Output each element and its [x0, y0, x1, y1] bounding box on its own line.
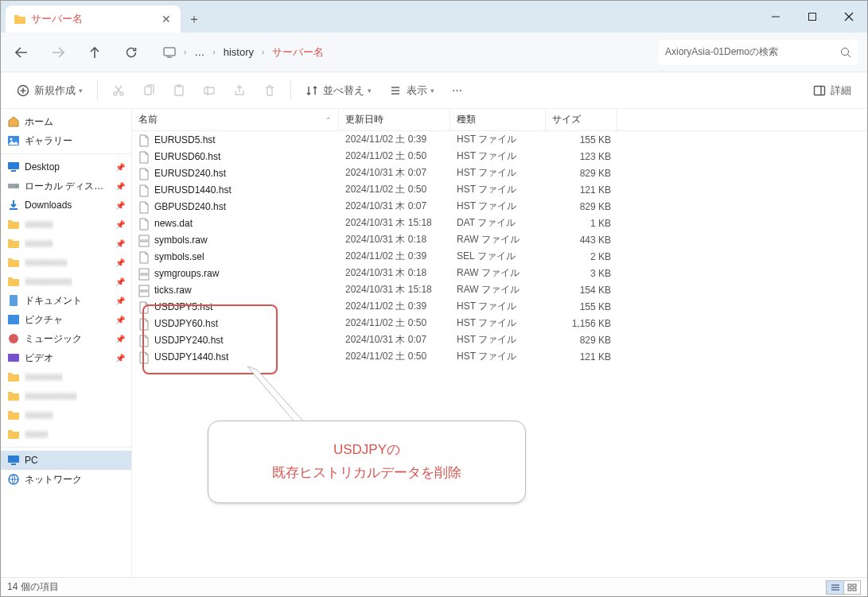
new-button[interactable]: 新規作成 ▾ [10, 78, 89, 103]
file-row[interactable]: symgroups.raw2024/10/31 木 0:18RAW ファイル3 … [132, 265, 867, 281]
file-row[interactable]: symbols.raw2024/10/31 木 0:18RAW ファイル443 … [132, 231, 867, 248]
minimize-button[interactable] [757, 1, 794, 33]
sidebar-item-music[interactable]: ミュージック📌 [1, 329, 131, 348]
file-date: 2024/11/02 土 0:50 [339, 149, 450, 163]
file-type: HST ファイル [450, 166, 546, 180]
sidebar-item-folder[interactable]: xxxxxxxxxx📌 [1, 272, 131, 291]
details-pane-button[interactable]: 詳細 [807, 78, 858, 103]
sort-label: 並べ替え [323, 83, 364, 98]
forward-button[interactable] [47, 41, 69, 64]
column-header-date[interactable]: 更新日時 [339, 109, 450, 130]
rename-button[interactable] [197, 78, 222, 103]
file-type: HST ファイル [450, 200, 546, 213]
search-input[interactable]: AxioryAsia-01Demoの検索 [659, 40, 858, 65]
paste-button[interactable] [166, 78, 192, 103]
svg-line-7 [848, 54, 851, 57]
file-row[interactable]: news.dat2024/10/31 木 15:18DAT ファイル1 KB [132, 215, 867, 231]
file-row[interactable]: ticks.raw2024/10/31 木 15:18RAW ファイル154 K… [132, 281, 867, 298]
sidebar-item-localdisk[interactable]: ローカル ディスク (C:)📌 [1, 176, 131, 196]
pin-icon: 📌 [115, 258, 125, 267]
sidebar-item-gallery[interactable]: ギャラリー [1, 131, 131, 150]
file-row[interactable]: USDJPY1440.hst2024/11/02 土 0:50HST ファイル1… [132, 348, 867, 365]
home-icon [7, 115, 20, 128]
sidebar-item-pc[interactable]: PC [1, 451, 131, 470]
file-name: symbols.raw [154, 235, 208, 246]
pin-icon: 📌 [115, 316, 125, 324]
window-tab[interactable]: サーバー名 ✕ [6, 6, 181, 33]
column-header-name[interactable]: 名前⌃ [132, 109, 339, 130]
pin-icon: 📌 [115, 335, 125, 343]
svg-rect-41 [141, 273, 147, 275]
file-size: 154 KB [546, 285, 617, 296]
tab-close-button[interactable]: ✕ [160, 11, 173, 27]
file-row[interactable]: EURUSD240.hst2024/10/31 木 0:07HST ファイル82… [132, 165, 867, 181]
sidebar-item-folder[interactable]: xxxxxx [1, 405, 131, 424]
up-button[interactable] [84, 41, 106, 64]
sidebar-item-folder[interactable]: xxxxxx📌 [1, 215, 131, 234]
file-row[interactable]: USDJPY240.hst2024/10/31 木 0:07HST ファイル82… [132, 331, 867, 348]
column-header-type[interactable]: 種類 [450, 109, 546, 130]
breadcrumb-seg-history[interactable]: history [224, 46, 254, 58]
column-header-size[interactable]: サイズ [546, 109, 617, 130]
sidebar-item-desktop[interactable]: Desktop📌 [1, 157, 131, 176]
file-row[interactable]: USDJPY60.hst2024/11/02 土 0:50HST ファイル1,1… [132, 315, 867, 331]
file-icon [138, 184, 150, 196]
copy-button[interactable] [136, 78, 162, 103]
title-bar: サーバー名 ✕ ＋ [1, 1, 867, 33]
file-name: USDJPY60.hst [154, 318, 218, 329]
share-button[interactable] [227, 78, 252, 103]
sidebar-item-folder[interactable]: xxxxxxxx [1, 367, 131, 386]
sidebar-item-home[interactable]: ホーム [1, 112, 131, 131]
sort-asc-icon: ⌃ [325, 116, 332, 124]
file-size: 123 KB [546, 151, 617, 162]
refresh-button[interactable] [120, 41, 142, 64]
folder-icon [7, 237, 20, 250]
sidebar-item-downloads[interactable]: Downloads📌 [1, 196, 131, 215]
svg-rect-43 [141, 290, 147, 292]
file-row[interactable]: symbols.sel2024/11/02 土 0:39SEL ファイル2 KB [132, 248, 867, 265]
sidebar-item-videos[interactable]: ビデオ📌 [1, 348, 131, 367]
file-row[interactable]: USDJPY5.hst2024/11/02 土 0:39HST ファイル155 … [132, 298, 867, 315]
file-date: 2024/10/31 木 0:18 [339, 266, 450, 280]
breadcrumb-seg-server[interactable]: サーバー名 [272, 45, 324, 60]
file-row[interactable]: EURUSD60.hst2024/11/02 土 0:50HST ファイル123… [132, 148, 867, 165]
sidebar-item-folder[interactable]: xxxxx [1, 424, 131, 444]
sidebar-item-network[interactable]: ネットワーク [1, 470, 131, 489]
new-tab-button[interactable]: ＋ [181, 6, 208, 33]
sort-button[interactable]: 並べ替え ▾ [299, 78, 378, 103]
details-view-button[interactable] [826, 580, 843, 595]
view-button[interactable]: 表示 ▾ [383, 78, 441, 103]
sidebar-item-pictures[interactable]: ピクチャ📌 [1, 310, 131, 329]
file-icon [138, 301, 150, 312]
file-row[interactable]: EURUSD5.hst2024/11/02 土 0:39HST ファイル155 … [132, 131, 867, 148]
pictures-icon [7, 313, 20, 326]
svg-rect-36 [11, 463, 16, 465]
monitor-icon [163, 47, 176, 58]
column-headers: 名前⌃ 更新日時 種類 サイズ [132, 109, 867, 131]
file-date: 2024/11/02 土 0:39 [339, 300, 450, 313]
file-row[interactable]: EURUSD1440.hst2024/11/02 土 0:50HST ファイル1… [132, 181, 867, 198]
delete-button[interactable] [257, 78, 282, 103]
more-button[interactable]: ⋯ [446, 78, 469, 103]
svg-rect-18 [204, 87, 214, 94]
maximize-button[interactable] [794, 1, 831, 33]
sidebar-item-documents[interactable]: ドキュメント📌 [1, 291, 131, 310]
folder-icon [7, 409, 20, 421]
breadcrumb[interactable]: › … › history › サーバー名 [157, 45, 644, 60]
status-item-count: 14 個の項目 [7, 580, 59, 594]
toolbar: 新規作成 ▾ 並べ替え ▾ 表示 ▾ ⋯ 詳細 [1, 72, 867, 109]
sidebar-item-folder[interactable]: xxxxxxxxxxx [1, 386, 131, 405]
back-button[interactable] [10, 41, 33, 64]
callout-line1: USDJPYの [228, 439, 506, 462]
folder-icon [7, 428, 20, 440]
sidebar-item-folder[interactable]: xxxxxxxxx📌 [1, 253, 131, 272]
breadcrumb-overflow[interactable]: … [194, 46, 204, 58]
chevron-down-icon: ▾ [430, 87, 434, 95]
close-button[interactable] [831, 1, 867, 33]
cut-button[interactable] [106, 78, 131, 103]
sidebar-item-folder[interactable]: xxxxxx📌 [1, 234, 131, 253]
icons-view-button[interactable] [843, 580, 861, 595]
file-type: RAW ファイル [450, 283, 546, 297]
new-label: 新規作成 [34, 83, 76, 98]
file-row[interactable]: GBPUSD240.hst2024/10/31 木 0:07HST ファイル82… [132, 198, 867, 215]
